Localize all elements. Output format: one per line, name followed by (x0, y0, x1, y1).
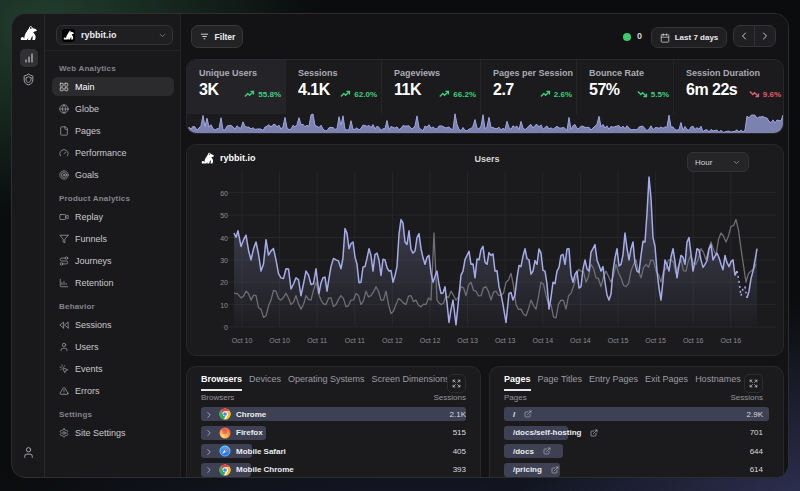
svg-text:30: 30 (220, 257, 228, 264)
svg-text:50: 50 (220, 212, 228, 219)
svg-text:40: 40 (220, 235, 228, 242)
svg-text:Oct 14: Oct 14 (532, 337, 553, 344)
svg-text:Oct 12: Oct 12 (420, 337, 441, 344)
svg-text:Oct 11: Oct 11 (345, 337, 365, 344)
svg-text:Oct 11: Oct 11 (307, 337, 327, 344)
svg-text:Oct 14: Oct 14 (570, 337, 591, 344)
svg-text:Oct 12: Oct 12 (382, 337, 403, 344)
svg-text:Oct 16: Oct 16 (683, 337, 704, 344)
svg-text:0: 0 (224, 324, 228, 331)
svg-text:Oct 13: Oct 13 (457, 337, 478, 344)
svg-text:Oct 15: Oct 15 (645, 337, 666, 344)
svg-text:Oct 13: Oct 13 (495, 337, 516, 344)
svg-text:Oct 15: Oct 15 (608, 337, 629, 344)
svg-text:20: 20 (220, 279, 228, 286)
svg-text:Oct 16: Oct 16 (720, 337, 741, 344)
svg-text:10: 10 (220, 302, 228, 309)
svg-text:Oct 10: Oct 10 (232, 337, 253, 344)
svg-text:60: 60 (220, 190, 228, 197)
svg-text:Oct 10: Oct 10 (269, 337, 290, 344)
